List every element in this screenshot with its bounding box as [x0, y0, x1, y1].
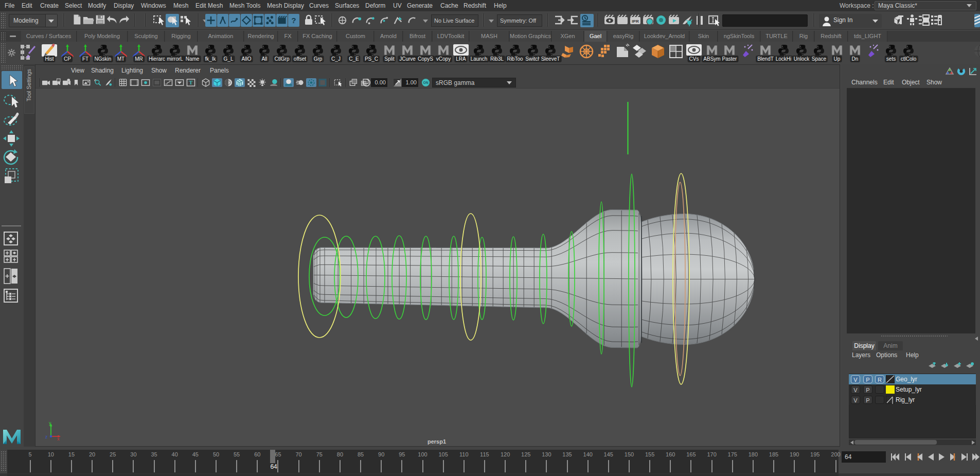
svg-text:IPR: IPR — [632, 19, 639, 24]
svg-text:T: T — [189, 80, 193, 85]
svg-text:y: y — [49, 420, 51, 426]
svg-text:z: z — [45, 434, 48, 439]
svg-text:x: x — [57, 436, 60, 440]
svg-text:ON: ON — [423, 81, 429, 84]
svg-text:?: ? — [291, 16, 296, 25]
